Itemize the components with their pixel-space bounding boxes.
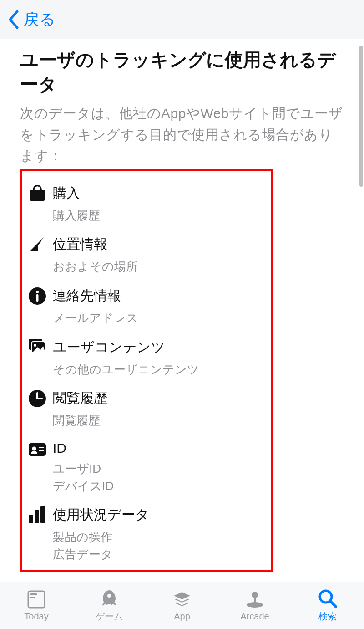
tab-検索[interactable]: 検索 — [291, 582, 364, 629]
data-item-sub: 広告データ — [53, 546, 265, 563]
data-item-title: ユーザコンテンツ — [53, 338, 265, 357]
tab-arcade[interactable]: Arcade — [218, 582, 291, 629]
info-icon — [22, 286, 53, 305]
navbar: 戻る — [0, 0, 364, 39]
back-label: 戻る — [24, 9, 56, 30]
data-item: 連絡先情報メールアドレス — [22, 286, 265, 327]
today-icon — [26, 589, 46, 609]
data-item: 閲覧履歴閲覧履歴 — [22, 389, 265, 430]
data-item-sub: ユーザID — [53, 460, 265, 478]
rocket-icon — [99, 588, 119, 609]
data-item-sub: おおよその場所 — [53, 258, 265, 276]
clock-icon — [22, 389, 53, 407]
tab-label: 検索 — [318, 610, 337, 623]
location-icon — [22, 235, 53, 253]
tab-app[interactable]: App — [146, 582, 218, 629]
tracking-data-list: 購入購入履歴位置情報おおよその場所連絡先情報メールアドレスユーザコンテンツその他… — [20, 169, 273, 572]
data-item-sub: 閲覧履歴 — [53, 412, 265, 430]
id-icon — [22, 440, 53, 459]
tab-ゲーム[interactable]: ゲーム — [73, 582, 146, 629]
data-item-title: 位置情報 — [53, 235, 265, 254]
tabbar: TodayゲームAppArcade検索 — [0, 582, 364, 629]
search-icon — [318, 588, 338, 609]
data-item-title: 購入 — [53, 184, 265, 203]
tab-today[interactable]: Today — [0, 582, 73, 629]
layers-icon — [172, 589, 192, 609]
data-item-sub: 購入履歴 — [53, 207, 265, 225]
data-item: 購入購入履歴 — [22, 184, 265, 225]
data-item-sub: その他のユーザコンテンツ — [53, 361, 265, 378]
tab-label: Arcade — [240, 611, 269, 622]
tab-label: ゲーム — [96, 610, 123, 623]
data-item-title: 連絡先情報 — [53, 286, 265, 305]
joystick-icon — [245, 589, 265, 609]
data-item-title: 閲覧履歴 — [53, 389, 265, 408]
page-title: ユーザのトラッキングに使用されるデータ — [20, 47, 344, 97]
back-button[interactable]: 戻る — [8, 9, 56, 30]
data-item-sub: デバイスID — [53, 478, 265, 495]
tab-label: Today — [24, 611, 48, 622]
data-item: ユーザコンテンツその他のユーザコンテンツ — [22, 338, 265, 378]
data-item: 使用状況データ製品の操作広告データ — [22, 506, 265, 563]
data-item-sub: 製品の操作 — [53, 529, 265, 546]
page-description: 次のデータは、他社のAppやWebサイト間でユーザをトラッキングする目的で使用さ… — [20, 103, 344, 167]
chart-icon — [22, 506, 53, 524]
scrollbar[interactable] — [359, 46, 363, 187]
data-item-title: ID — [53, 440, 265, 456]
data-item: IDユーザIDデバイスID — [22, 440, 265, 495]
tab-label: App — [174, 611, 190, 622]
photo-icon — [22, 338, 53, 356]
data-item: 位置情報おおよその場所 — [22, 235, 265, 276]
data-item-sub: メールアドレス — [53, 310, 265, 327]
bag-icon — [22, 184, 53, 202]
data-item-title: 使用状況データ — [53, 506, 265, 524]
chevron-left-icon — [8, 10, 19, 29]
content-area: ユーザのトラッキングに使用されるデータ 次のデータは、他社のAppやWebサイト… — [0, 39, 364, 582]
